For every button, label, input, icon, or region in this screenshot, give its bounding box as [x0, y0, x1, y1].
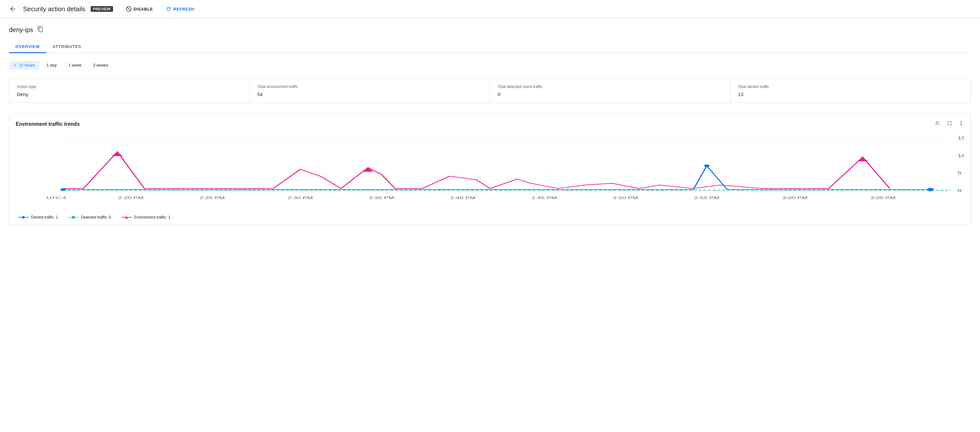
stat-label-detected-traffic: Total detected event traffic — [498, 84, 722, 89]
header-actions: DISABLE REFRESH — [123, 4, 197, 14]
rule-name-row: deny-ips — [9, 26, 971, 34]
time-label-12h: 12 hours — [19, 63, 35, 68]
legend-denied: Denied traffic: 1 — [18, 215, 58, 219]
svg-text:2:20 PM: 2:20 PM — [118, 196, 143, 200]
disable-button[interactable]: DISABLE — [123, 4, 156, 14]
page-header: Security action details PREVIEW DISABLE … — [0, 0, 980, 18]
legend-detected-label: Detected traffic: 0 — [81, 215, 111, 219]
stat-value-action-type: Deny — [17, 92, 242, 97]
svg-text:3:00 PM: 3:00 PM — [783, 196, 808, 200]
refresh-label: REFRESH — [173, 7, 194, 11]
legend-environment-label: Environment traffic: 1 — [134, 215, 170, 219]
environment-line — [63, 152, 890, 189]
chart-section: Environment traffic trends — [9, 113, 971, 225]
time-btn-12h[interactable]: ✓ 12 hours — [9, 61, 40, 70]
time-btn-2w[interactable]: 2 weeks — [88, 61, 113, 70]
stats-grid: Action type Deny Total environment traff… — [9, 78, 971, 103]
svg-text:2:35 PM: 2:35 PM — [369, 196, 394, 200]
svg-text:2:25 PM: 2:25 PM — [199, 196, 225, 200]
legend-denied-label: Denied traffic: 1 — [31, 215, 58, 219]
rule-name: deny-ips — [9, 26, 33, 33]
stat-value-detected-traffic: 0 — [498, 92, 722, 97]
svg-rect-30 — [72, 216, 75, 219]
time-filter: ✓ 12 hours 1 day 1 week 2 weeks — [9, 61, 971, 70]
svg-marker-23 — [858, 157, 868, 161]
time-btn-1d[interactable]: 1 day — [42, 61, 61, 70]
stat-denied-traffic: Total denied traffic 13 — [730, 79, 971, 103]
svg-text:2:40 PM: 2:40 PM — [450, 196, 476, 200]
stat-label-denied-traffic: Total denied traffic — [738, 84, 963, 89]
stat-detected-traffic: Total detected event traffic 0 — [490, 79, 730, 103]
svg-marker-21 — [112, 152, 123, 156]
time-label-1d: 1 day — [46, 63, 57, 68]
back-button[interactable] — [8, 4, 18, 14]
chart-header: Environment traffic trends — [16, 120, 964, 128]
tab-overview[interactable]: OVERVIEW — [9, 40, 46, 53]
chart-actions — [935, 120, 964, 128]
stat-value-denied-traffic: 13 — [738, 92, 963, 97]
legend-detected: Detected traffic: 0 — [68, 215, 111, 219]
stat-label-env-traffic: Total environment traffic — [258, 84, 482, 89]
chart-title: Environment traffic trends — [16, 121, 80, 127]
svg-text:2:50 PM: 2:50 PM — [613, 196, 638, 200]
svg-text:0: 0 — [958, 189, 962, 193]
main-content: deny-ips OVERVIEW ATTRIBUTES ✓ 12 hours … — [0, 18, 980, 233]
disable-label: DISABLE — [134, 7, 153, 11]
stat-label-action-type: Action type — [17, 84, 242, 89]
check-icon: ✓ — [13, 63, 17, 68]
svg-text:2:30 PM: 2:30 PM — [288, 196, 313, 200]
copy-icon[interactable] — [37, 26, 43, 34]
tab-attributes[interactable]: ATTRIBUTES — [46, 40, 88, 53]
time-label-2w: 2 weeks — [93, 63, 108, 68]
svg-point-25 — [704, 165, 710, 167]
refresh-button[interactable]: REFRESH — [163, 4, 197, 14]
svg-text:5: 5 — [958, 171, 962, 175]
svg-text:3:05 PM: 3:05 PM — [870, 196, 896, 200]
svg-point-26 — [927, 188, 934, 191]
svg-text:10: 10 — [958, 154, 964, 158]
chart-fullscreen[interactable] — [947, 120, 953, 128]
chart-legend: Denied traffic: 1 Detected traffic: 0 En… — [16, 215, 964, 219]
preview-badge: PREVIEW — [91, 6, 113, 12]
chart-legend-toggle[interactable] — [935, 120, 941, 128]
page-title: Security action details — [23, 5, 86, 13]
svg-point-28 — [22, 216, 25, 219]
svg-line-1 — [127, 7, 130, 11]
time-label-1w: 1 week — [68, 63, 81, 68]
svg-text:15: 15 — [958, 136, 964, 140]
chart-area: 0 5 10 15 UTC-4 2:20 PM 2:25 PM 2:30 PM … — [16, 134, 964, 211]
svg-text:UTC-4: UTC-4 — [46, 196, 66, 200]
stat-value-env-traffic: 54 — [258, 92, 482, 97]
chart-svg: 0 5 10 15 UTC-4 2:20 PM 2:25 PM 2:30 PM … — [16, 134, 964, 211]
svg-text:2:55 PM: 2:55 PM — [694, 196, 720, 200]
stat-env-traffic: Total environment traffic 54 — [250, 79, 490, 103]
stat-action-type: Action type Deny — [9, 79, 250, 103]
chart-more-options[interactable] — [958, 120, 964, 128]
time-btn-1w[interactable]: 1 week — [64, 61, 86, 70]
svg-text:2:45 PM: 2:45 PM — [531, 196, 557, 200]
legend-environment: Environment traffic: 1 — [121, 215, 170, 219]
tabs: OVERVIEW ATTRIBUTES — [9, 40, 971, 53]
